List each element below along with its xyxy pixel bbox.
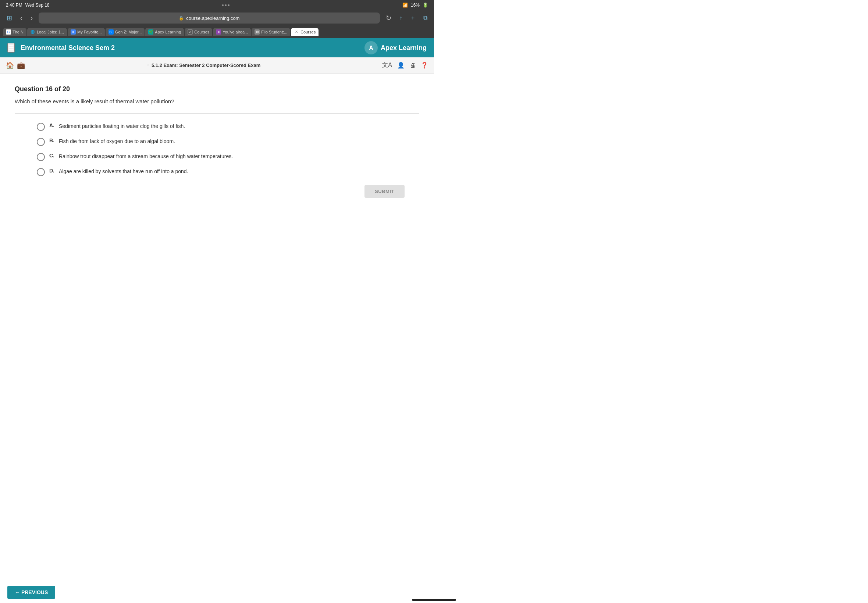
option-a-text: Sediment particles floating in water clo…: [59, 122, 185, 130]
radio-c[interactable]: [37, 153, 45, 161]
divider: [15, 113, 419, 114]
tab-myfav-label: My Favorite...: [77, 30, 102, 34]
share-button[interactable]: ↑: [397, 14, 405, 22]
option-d[interactable]: D. Algae are killed by solvents that hav…: [37, 168, 419, 176]
apex-logo-text: Apex Learning: [381, 44, 427, 52]
forward-button[interactable]: ›: [28, 14, 35, 23]
toolbar-right: 文A 👤 🖨 ❓: [382, 62, 428, 69]
tab-google[interactable]: G The N: [3, 28, 26, 36]
tab-courses-label: Courses: [194, 30, 209, 34]
home-icon[interactable]: 🏠: [6, 62, 14, 70]
tab-apex[interactable]: 🌿 Apex Learning: [145, 28, 184, 36]
option-a-letter: A.: [49, 122, 54, 128]
new-tab-button[interactable]: +: [409, 14, 417, 22]
options-list: A. Sediment particles floating in water …: [15, 122, 419, 176]
tab-courses[interactable]: A Courses: [185, 28, 212, 36]
battery-icon: 🔋: [422, 3, 428, 8]
tabs-button[interactable]: ⧉: [421, 14, 430, 22]
status-right: 📶 16% 🔋: [402, 3, 428, 8]
apex-logo-icon: A: [365, 41, 378, 54]
radio-a[interactable]: [37, 123, 45, 131]
main-content: Question 16 of 20 Which of these events …: [0, 74, 434, 210]
hamburger-button[interactable]: ☰: [7, 43, 15, 53]
tab-filo[interactable]: To Filo Student:...: [252, 28, 290, 36]
option-b[interactable]: B. Fish die from lack of oxygen due to a…: [37, 138, 419, 146]
lock-icon: 🔒: [179, 16, 184, 20]
status-center: [222, 5, 229, 6]
option-d-text: Algae are killed by solvents that have r…: [59, 168, 188, 175]
favicon-courses: A: [187, 29, 193, 34]
battery-level: 16%: [411, 3, 420, 8]
tab-youve[interactable]: ≡ You've alrea...: [213, 28, 251, 36]
reload-button[interactable]: ↻: [384, 13, 393, 23]
favicon-myfav: ≡: [71, 29, 76, 34]
option-c-letter: C.: [49, 153, 54, 158]
option-c-text: Rainbow trout disappear from a stream be…: [59, 153, 233, 160]
favicon-genz: BI: [108, 29, 114, 34]
favicon-courses2: ✕: [294, 29, 299, 34]
submit-button[interactable]: SUBMIT: [365, 185, 405, 198]
dot3: [228, 5, 229, 6]
print-icon[interactable]: 🖨: [410, 62, 416, 69]
course-header: ☰ Environmental Science Sem 2 A Apex Lea…: [0, 38, 434, 57]
course-title: Environmental Science Sem 2: [21, 44, 115, 52]
help-icon[interactable]: ❓: [421, 62, 428, 69]
tab-genz[interactable]: BI Gen Z: Major...: [105, 28, 145, 36]
radio-b[interactable]: [37, 138, 45, 146]
toolbar-breadcrumb: ↑ 5.1.2 Exam: Semester 2 Computer-Scored…: [29, 62, 378, 68]
tab-google-label: The N: [12, 30, 23, 34]
url-text: course.apexlearning.com: [186, 15, 240, 21]
radio-d[interactable]: [37, 168, 45, 176]
url-bar[interactable]: 🔒 course.apexlearning.com: [39, 12, 380, 23]
back-button[interactable]: ‹: [18, 14, 25, 23]
tabs-bar: G The N 🌐 Local Jobs: 1... ≡ My Favorite…: [0, 26, 434, 38]
tab-youve-label: You've alrea...: [223, 30, 248, 34]
toolbar-left: 🏠 💼: [6, 62, 25, 70]
apex-logo: A Apex Learning: [365, 41, 427, 54]
sidebar-button[interactable]: ⊞: [5, 13, 14, 23]
submit-area: SUBMIT: [15, 176, 419, 198]
question-number: Question 16 of 20: [15, 85, 419, 93]
tab-courses2-label: Courses: [300, 30, 316, 34]
course-header-left: ☰ Environmental Science Sem 2: [7, 43, 115, 53]
person-icon[interactable]: 👤: [397, 62, 405, 69]
option-b-letter: B.: [49, 138, 54, 144]
svg-text:A: A: [369, 45, 373, 51]
browser-actions: ↑ + ⧉: [397, 14, 430, 22]
time: 2:40 PM: [6, 3, 22, 8]
favicon-filo: To: [255, 29, 260, 34]
content-area: Question 16 of 20 Which of these events …: [0, 74, 434, 291]
option-d-letter: D.: [49, 168, 54, 173]
question-text: Which of these events is a likely result…: [15, 97, 419, 106]
tab-apex-label: Apex Learning: [155, 30, 181, 34]
breadcrumb-text: 5.1.2 Exam: Semester 2 Computer-Scored E…: [152, 62, 260, 68]
favicon-apex: 🌿: [148, 29, 153, 34]
tab-filo-label: Filo Student:...: [261, 30, 287, 34]
dot1: [222, 5, 224, 6]
tab-localjobs-label: Local Jobs: 1...: [37, 30, 64, 34]
tab-genz-label: Gen Z: Major...: [115, 30, 142, 34]
date: Wed Sep 18: [25, 3, 50, 8]
briefcase-icon[interactable]: 💼: [17, 62, 25, 70]
option-a[interactable]: A. Sediment particles floating in water …: [37, 122, 419, 131]
favicon-nbc: 🌐: [30, 29, 35, 34]
browser-chrome: ⊞ ‹ › 🔒 course.apexlearning.com ↻ ↑ + ⧉: [0, 10, 434, 26]
toolbar: 🏠 💼 ↑ 5.1.2 Exam: Semester 2 Computer-Sc…: [0, 57, 434, 74]
status-left: 2:40 PM Wed Sep 18: [6, 3, 50, 8]
tab-localjobs[interactable]: 🌐 Local Jobs: 1...: [27, 28, 67, 36]
wifi-icon: 📶: [402, 3, 408, 8]
favicon-youve: ≡: [216, 29, 221, 34]
favicon-google: G: [6, 29, 11, 34]
dot2: [225, 5, 227, 6]
tab-myfav[interactable]: ≡ My Favorite...: [68, 28, 105, 36]
breadcrumb-up-icon: ↑: [147, 62, 149, 68]
option-b-text: Fish die from lack of oxygen due to an a…: [59, 138, 175, 145]
translate-icon[interactable]: 文A: [382, 62, 392, 69]
option-c[interactable]: C. Rainbow trout disappear from a stream…: [37, 153, 419, 161]
tab-courses2[interactable]: ✕ Courses: [291, 28, 319, 36]
status-bar: 2:40 PM Wed Sep 18 📶 16% 🔋: [0, 0, 434, 10]
